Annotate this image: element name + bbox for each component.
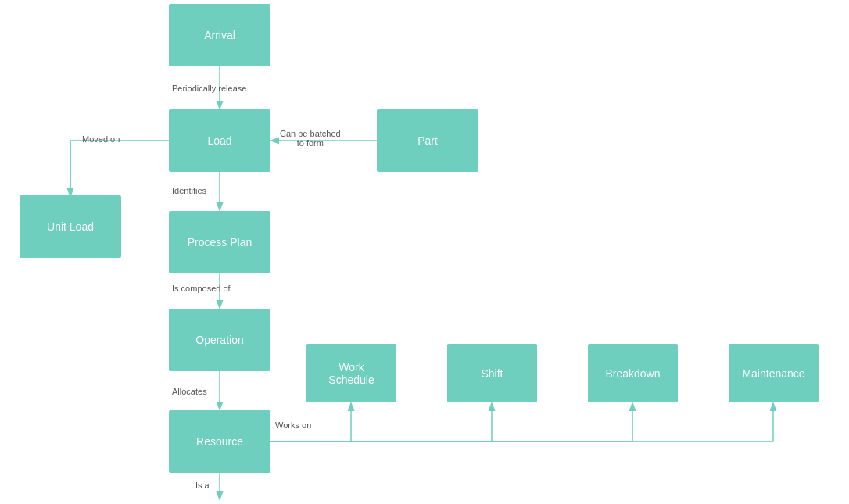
work-schedule-node: Work Schedule: [306, 344, 396, 402]
label-works-on: Works on: [275, 420, 311, 430]
process-plan-node: Process Plan: [169, 211, 270, 273]
arrows-svg: [0, 0, 849, 504]
maintenance-node: Maintenance: [729, 344, 819, 402]
shift-node: Shift: [447, 344, 537, 402]
label-periodically-release: Periodically release: [172, 84, 246, 93]
operation-node: Operation: [169, 309, 270, 371]
label-allocates: Allocates: [172, 387, 207, 396]
diagram-container: Arrival Load Part Unit Load Process Plan…: [0, 0, 849, 504]
label-is-a: Is a: [195, 481, 210, 490]
load-node: Load: [169, 109, 270, 172]
label-can-be-batched: Can be batched to form: [280, 129, 341, 148]
breakdown-node: Breakdown: [588, 344, 678, 402]
arrival-node: Arrival: [169, 4, 270, 66]
extra-arrows: [0, 0, 849, 504]
label-is-composed-of: Is composed of: [172, 284, 231, 293]
label-identifies: Identifies: [172, 186, 206, 195]
resource-node: Resource: [169, 410, 270, 473]
unit-load-node: Unit Load: [20, 195, 121, 258]
part-node: Part: [377, 109, 478, 172]
label-moved-on: Moved on: [82, 134, 120, 144]
